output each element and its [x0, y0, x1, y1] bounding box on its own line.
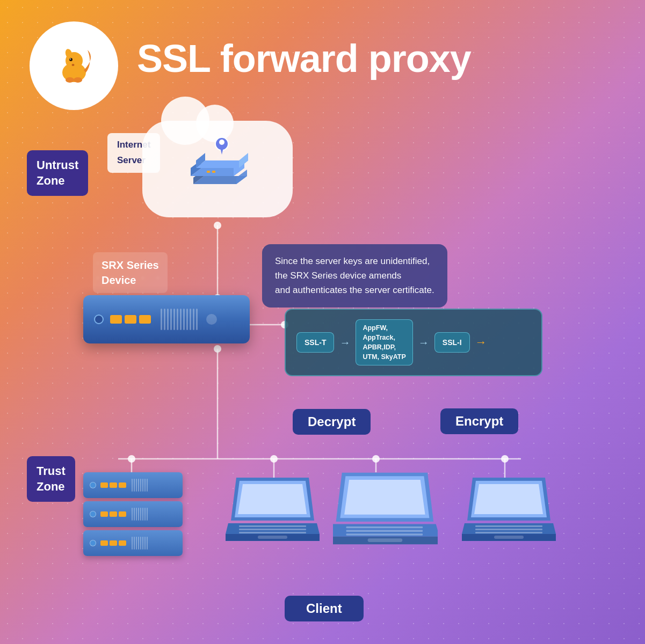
untrust-zone-badge: Untrust Zone	[27, 150, 88, 196]
logo-circle	[30, 21, 118, 110]
svg-point-23	[74, 77, 82, 83]
svg-rect-64	[494, 536, 524, 539]
device-power-dot	[94, 314, 104, 324]
server-illustration	[161, 114, 269, 200]
svg-point-36	[219, 140, 224, 145]
svg-point-10	[270, 455, 278, 463]
port-3	[139, 315, 151, 324]
device-ports	[110, 315, 151, 324]
laptop-3	[462, 472, 556, 550]
srx-label: SRX Series Device	[93, 252, 168, 293]
laptop-3-svg	[462, 472, 556, 550]
svg-point-21	[71, 64, 74, 66]
port-2	[125, 315, 136, 324]
rack-unit-1	[83, 472, 183, 498]
svg-rect-60	[475, 525, 542, 527]
svg-rect-61	[475, 529, 542, 530]
svg-point-12	[372, 455, 380, 463]
main-canvas: SSL forward proxy Untrust Zone Internet …	[0, 0, 645, 644]
squirrel-icon	[47, 39, 101, 93]
srx-device-illustration	[83, 295, 255, 354]
svg-point-22	[66, 77, 74, 83]
svg-point-19	[69, 58, 73, 61]
client-label: Client	[285, 596, 364, 621]
svg-point-14	[501, 455, 509, 463]
decrypt-label: Decrypt	[293, 409, 371, 435]
rack-unit-2	[83, 501, 183, 527]
svg-point-20	[70, 58, 71, 60]
cloud-container	[142, 105, 293, 217]
page-title: SSL forward proxy	[137, 36, 471, 80]
svg-rect-30	[207, 171, 210, 173]
svg-marker-37	[220, 148, 223, 155]
laptop-2	[333, 467, 438, 555]
svg-rect-31	[212, 171, 215, 173]
svg-rect-43	[239, 529, 306, 530]
arrow-out: →	[475, 335, 487, 349]
svg-rect-62	[475, 532, 542, 533]
svg-rect-53	[346, 533, 423, 535]
trust-zone-badge: Trust Zone	[27, 456, 75, 502]
svg-rect-51	[346, 526, 423, 528]
svg-marker-49	[344, 480, 425, 515]
svg-rect-55	[368, 538, 403, 542]
svg-point-1	[214, 222, 221, 229]
ssl-t-node: SSL-T	[296, 332, 334, 353]
device-vents	[161, 309, 198, 330]
svg-marker-40	[238, 484, 307, 514]
arrow-1: →	[339, 336, 350, 349]
svg-marker-58	[474, 484, 543, 514]
srx-text: SRX Series Device	[102, 259, 159, 286]
svg-point-8	[128, 455, 135, 463]
device-body	[83, 295, 250, 343]
arrow-2: →	[418, 336, 429, 349]
info-text: Since the server keys are unidentified, …	[275, 256, 434, 295]
ssl-middle-services: AppFW, AppTrack, APBR,IDP, UTM, SkyATP	[356, 319, 412, 365]
rack-unit-3	[83, 530, 183, 556]
laptop-1-svg	[226, 472, 320, 550]
svg-rect-46	[258, 536, 287, 539]
ssl-processing-box: SSL-T → AppFW, AppTrack, APBR,IDP, UTM, …	[285, 309, 542, 376]
trust-zone-label: Trust Zone	[37, 464, 66, 493]
laptop-2-svg	[333, 467, 438, 555]
untrust-zone-label: Untrust Zone	[37, 158, 78, 187]
svg-rect-42	[239, 525, 306, 527]
svg-rect-44	[239, 532, 306, 533]
svg-rect-52	[346, 530, 423, 532]
port-1	[110, 315, 122, 324]
ssl-i-node: SSL-I	[434, 332, 470, 353]
server-rack	[83, 472, 191, 559]
info-bubble: Since the server keys are unidentified, …	[262, 244, 447, 308]
device-button	[206, 314, 217, 325]
laptop-1	[226, 472, 320, 550]
encrypt-label: Encrypt	[440, 408, 518, 434]
